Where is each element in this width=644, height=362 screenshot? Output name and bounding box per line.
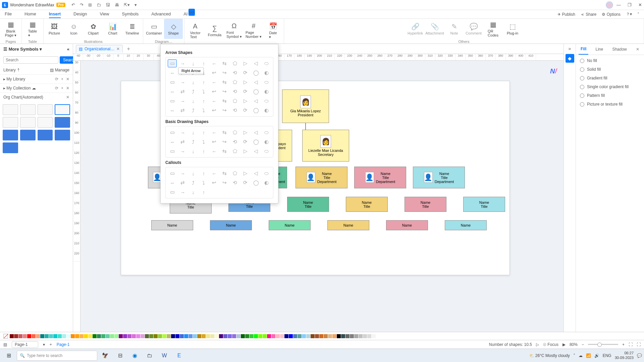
shape-option[interactable]: ⤴: [189, 179, 198, 187]
shape-option[interactable]: ⟲: [230, 179, 239, 187]
org-node-secretary[interactable]: 👩 Liezelle Mae Licanda Secretary: [302, 130, 349, 162]
minimize-button[interactable]: —: [616, 2, 621, 7]
color-swatch[interactable]: [136, 334, 140, 338]
shape-option[interactable]: ◯: [252, 179, 261, 187]
shape-option[interactable]: ◐: [262, 138, 271, 146]
color-swatch[interactable]: [14, 334, 18, 338]
shape-option[interactable]: ↑: [199, 78, 208, 86]
color-swatch[interactable]: [40, 334, 44, 338]
vector-text-button[interactable]: AVector Text: [186, 20, 205, 41]
color-swatch[interactable]: [359, 334, 363, 338]
shape-option[interactable]: ⬭: [262, 78, 271, 86]
color-swatch[interactable]: [210, 334, 214, 338]
shape-option[interactable]: →: [178, 78, 187, 86]
color-swatch[interactable]: [271, 334, 275, 338]
close-button[interactable]: ✕: [638, 2, 642, 7]
shape-option[interactable]: ◐: [262, 69, 271, 77]
shape-option[interactable]: ⇄: [178, 87, 187, 96]
shape-option[interactable]: ⟲: [230, 106, 239, 114]
shape-option[interactable]: ↑: [199, 128, 208, 136]
shape-option[interactable]: ⟲: [230, 69, 239, 77]
shape-option[interactable]: ↩: [210, 69, 219, 77]
color-swatch[interactable]: [49, 334, 53, 338]
color-swatch[interactable]: [298, 334, 302, 338]
add-page-button[interactable]: +: [50, 342, 52, 347]
tab-view[interactable]: View: [100, 10, 109, 18]
shape-option[interactable]: ▭: [168, 147, 177, 155]
library-label[interactable]: Library ⇡: [3, 68, 20, 72]
color-swatch[interactable]: [280, 334, 284, 338]
shadow-tab[interactable]: Shadow: [610, 44, 629, 54]
color-swatch[interactable]: [71, 334, 75, 338]
shape-option[interactable]: ←: [210, 59, 219, 67]
shape-option[interactable]: ↓: [189, 97, 198, 105]
shape-option[interactable]: ⬠: [230, 97, 239, 105]
my-library-item[interactable]: ▸ My Library: [3, 77, 25, 81]
shape-option[interactable]: ▷: [241, 128, 250, 136]
color-swatch[interactable]: [258, 334, 262, 338]
color-swatch[interactable]: [145, 334, 149, 338]
new-tab-button[interactable]: +: [127, 46, 130, 52]
color-swatch[interactable]: [123, 334, 127, 338]
weather-widget[interactable]: ⛅ 26°C Mostly cloudy: [529, 353, 570, 358]
shape-option[interactable]: ⬠: [230, 147, 239, 155]
clock[interactable]: 06:2730-09-2023: [615, 351, 634, 360]
org-node[interactable]: Name: [210, 220, 252, 230]
shape-option[interactable]: ⬭: [262, 128, 271, 136]
taskbar-search[interactable]: 🔍 Type here to search: [17, 351, 97, 361]
shape-option[interactable]: ↪: [220, 179, 229, 187]
shape-option[interactable]: ⤵: [199, 106, 208, 114]
color-swatch[interactable]: [101, 334, 105, 338]
shape-option[interactable]: ⤵: [199, 87, 208, 96]
color-swatch[interactable]: [332, 334, 336, 338]
color-swatch[interactable]: [119, 334, 123, 338]
color-swatch[interactable]: [284, 334, 288, 338]
shape-option[interactable]: ◁: [252, 59, 261, 67]
shape-option[interactable]: ▭: [168, 97, 177, 105]
zoom-out-button[interactable]: −: [582, 342, 584, 347]
shape-option[interactable]: ⇄: [178, 106, 187, 114]
shape-option[interactable]: ⇆: [220, 147, 229, 155]
color-swatch[interactable]: [206, 334, 210, 338]
shape-option[interactable]: ↪: [220, 87, 229, 96]
shape-option[interactable]: ↪: [220, 138, 229, 146]
shape-option[interactable]: ⬠: [230, 169, 239, 177]
word-icon[interactable]: W: [158, 350, 171, 361]
symbol-thumb[interactable]: [3, 130, 18, 140]
timeline-button[interactable]: ≣Timeline: [123, 19, 142, 39]
color-swatch[interactable]: [276, 334, 280, 338]
color-swatch[interactable]: [18, 334, 22, 338]
color-swatch[interactable]: [88, 334, 92, 338]
shape-option[interactable]: ⬠: [230, 59, 239, 67]
org-node[interactable]: NameTitle: [463, 197, 505, 212]
date-button[interactable]: 📅Date ▾: [264, 20, 282, 41]
org-node[interactable]: Name: [386, 220, 428, 230]
shape-option[interactable]: ▭: [168, 78, 177, 86]
edrawmax-taskbar-icon[interactable]: E: [172, 350, 186, 361]
tray-chevron-icon[interactable]: ˄: [573, 353, 575, 358]
clipart-button[interactable]: ✿Clipart: [84, 19, 103, 39]
shape-option[interactable]: ←: [210, 128, 219, 136]
manage-button[interactable]: ▤ Manage: [50, 68, 69, 72]
color-swatch[interactable]: [171, 334, 175, 338]
color-swatch[interactable]: [245, 334, 249, 338]
color-swatch[interactable]: [341, 334, 345, 338]
color-swatch[interactable]: [23, 334, 27, 338]
shape-option[interactable]: ◯: [252, 69, 261, 77]
color-swatch[interactable]: [79, 334, 84, 338]
color-swatch[interactable]: [215, 334, 219, 338]
symbol-thumb[interactable]: [55, 130, 70, 140]
shape-option[interactable]: ⇄: [178, 179, 187, 187]
shape-option[interactable]: ⇆: [220, 59, 229, 67]
notifications-icon[interactable]: 💬: [637, 353, 642, 358]
color-swatch[interactable]: [223, 334, 227, 338]
shape-option[interactable]: ↔: [168, 87, 177, 96]
expand-right-icon[interactable]: »: [569, 46, 571, 51]
org-node[interactable]: Name: [151, 220, 193, 230]
share-button[interactable]: ⪪ Share: [581, 12, 596, 17]
shape-option[interactable]: ⤴: [189, 138, 198, 146]
shape-option[interactable]: ◁: [252, 128, 261, 136]
fill-option[interactable]: Picture or texture fill: [580, 102, 640, 107]
shape-option[interactable]: ⟳: [241, 87, 250, 96]
shape-option[interactable]: ←: [210, 78, 219, 86]
